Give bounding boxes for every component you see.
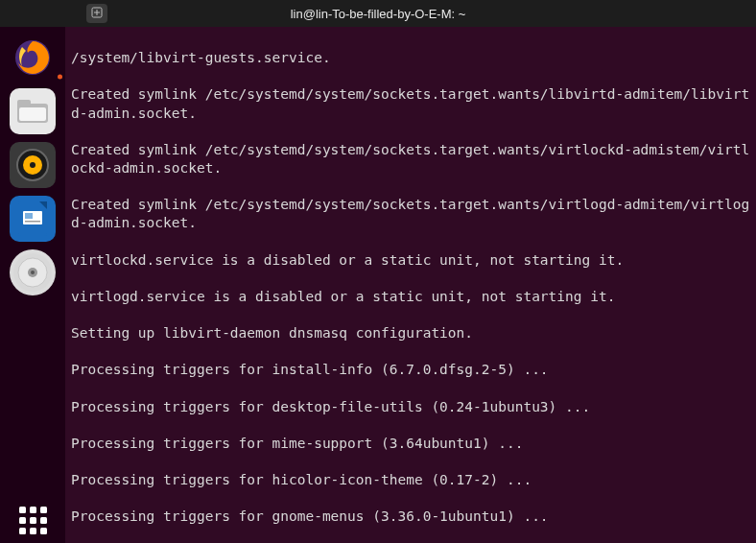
dock-show-applications[interactable]: [10, 497, 56, 543]
output-line: Created symlink /etc/systemd/system/sock…: [71, 196, 750, 232]
dock-rhythmbox[interactable]: [10, 142, 56, 188]
dock-libreoffice-writer[interactable]: [10, 196, 56, 242]
title-bar: lin@lin-To-be-filled-by-O-E-M: ~: [0, 0, 756, 27]
output-line: Created symlink /etc/systemd/system/sock…: [71, 141, 750, 177]
new-tab-button[interactable]: [86, 4, 107, 23]
output-line: Processing triggers for desktop-file-uti…: [71, 398, 750, 416]
output-line: /system/libvirt-guests.service.: [71, 49, 750, 67]
svg-point-18: [31, 271, 35, 274]
dock-firefox[interactable]: [10, 35, 56, 81]
svg-rect-4: [19, 107, 46, 121]
plus-icon: [91, 6, 103, 21]
output-line: Processing triggers for mime-support (3.…: [71, 435, 750, 453]
dock-files[interactable]: [10, 88, 56, 134]
active-indicator: [58, 75, 62, 80]
output-line: Created symlink /etc/systemd/system/sock…: [71, 85, 750, 122]
output-line: virtlogd.service is a disabled or a stat…: [71, 288, 750, 306]
output-line: Processing triggers for gnome-menus (3.3…: [71, 508, 750, 526]
output-line: Processing triggers for install-info (6.…: [71, 361, 750, 379]
window-title: lin@lin-To-be-filled-by-O-E-M: ~: [291, 7, 466, 21]
apps-grid-icon: [19, 507, 47, 534]
svg-rect-10: [25, 213, 33, 219]
dock: [0, 27, 65, 543]
svg-point-7: [30, 162, 35, 168]
svg-rect-3: [17, 100, 31, 107]
output-line: Setting up libvirt-daemon dnsmasq config…: [71, 324, 750, 342]
output-line: Processing triggers for hicolor-icon-the…: [71, 471, 750, 489]
svg-rect-11: [25, 221, 40, 223]
output-line: virtlockd.service is a disabled or a sta…: [71, 251, 750, 270]
dock-disks[interactable]: [10, 249, 56, 295]
terminal-output[interactable]: /system/libvirt-guests.service. Created …: [65, 27, 756, 543]
